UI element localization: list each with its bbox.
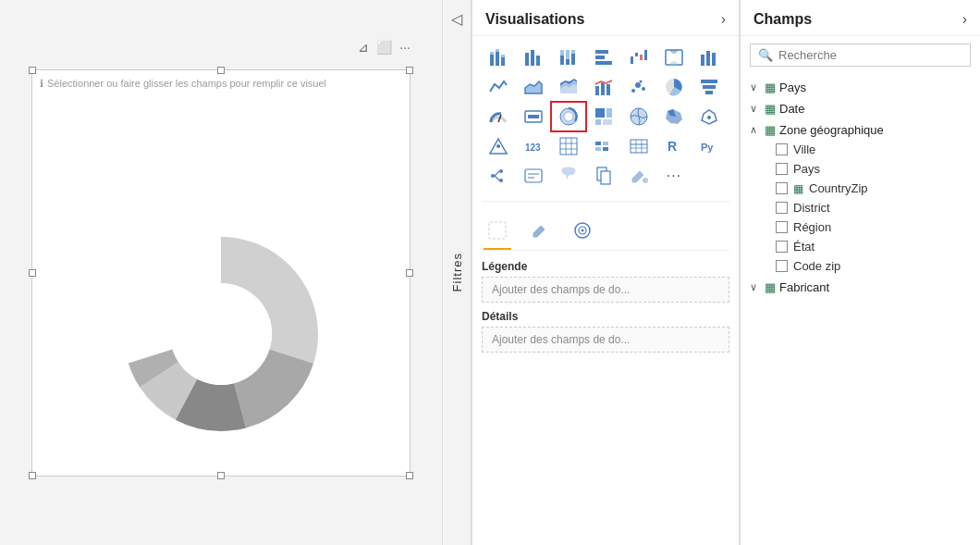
viz-icon-waterfall[interactable] [622, 43, 655, 71]
viz-icon-donut[interactable] [552, 103, 585, 130]
checkbox-ville[interactable] [776, 143, 788, 155]
resize-handle-bc[interactable] [217, 472, 225, 479]
filtres-arrow-icon[interactable]: ◁ [451, 10, 462, 28]
checkbox-region[interactable] [776, 221, 788, 233]
viz-icon-map[interactable] [622, 103, 655, 130]
viz-icon-stacked-area[interactable] [552, 73, 585, 101]
viz-icon-line-chart[interactable] [482, 73, 515, 101]
viz-icon-grid: 123 R Py [472, 36, 739, 197]
tree-items-zone-geo: Ville Pays ▦ CountryZip District R [741, 140, 980, 276]
search-input[interactable] [778, 48, 962, 62]
checkbox-pays[interactable] [776, 163, 788, 175]
field-well-analytics-icon[interactable] [569, 217, 596, 244]
viz-icon-bar-chart[interactable] [517, 43, 550, 71]
viz-icon-stacked-bar-100[interactable] [552, 43, 585, 71]
checkbox-countryzip[interactable] [776, 182, 788, 194]
tree-item-etat[interactable]: État [766, 237, 980, 256]
filtres-panel[interactable]: ◁ Filtres [442, 0, 472, 545]
viz-icon-smart-narr[interactable] [517, 162, 550, 190]
viz-icon-funnel[interactable] [692, 73, 726, 101]
svg-rect-30 [706, 51, 710, 66]
viz-icon-column-chart[interactable] [692, 43, 726, 71]
svg-point-51 [564, 112, 573, 121]
tree-group-pays-header[interactable]: ∨ ▦ Pays [741, 78, 980, 97]
viz-icon-pie-chart[interactable] [657, 73, 691, 101]
viz-icon-filled-map[interactable] [657, 103, 691, 130]
viz-icon-stacked-bar[interactable] [482, 43, 515, 71]
viz-icon-scatter[interactable] [622, 73, 655, 101]
viz-icon-custom[interactable] [622, 162, 655, 190]
tree-item-pays[interactable]: Pays [766, 159, 980, 179]
tree-group-fabricant-header[interactable]: ∨ ▦ Fabricant [741, 278, 980, 297]
champs-tree: ∨ ▦ Pays ∨ ▦ Date ∧ ▦ Zone géographique [741, 74, 980, 545]
svg-rect-52 [595, 108, 605, 118]
tree-item-district[interactable]: District [766, 198, 980, 217]
field-drop-zone-details[interactable]: Ajouter des champs de do... [482, 327, 729, 353]
resize-handle-bl[interactable] [29, 472, 36, 479]
table-icon-countryzip: ▦ [793, 182, 803, 195]
viz-icon-ribbon[interactable] [657, 43, 691, 71]
viz-icon-matrix[interactable] [552, 132, 585, 160]
svg-point-39 [631, 89, 635, 93]
viz-icon-python[interactable]: Py [692, 132, 726, 160]
viz-icon-line-bar-combo[interactable] [587, 73, 620, 101]
tree-item-codezip[interactable]: Code zip [766, 256, 980, 276]
svg-text:R: R [668, 139, 677, 154]
tree-item-pays-label: Pays [793, 162, 820, 176]
tree-group-date-header[interactable]: ∨ ▦ Date [741, 99, 980, 118]
resize-handle-ml[interactable] [29, 269, 36, 277]
visual-hint: ℹ Sélectionner ou faire glisser les cham… [40, 78, 326, 90]
resize-handle-tr[interactable] [406, 67, 413, 74]
viz-icon-heatmap[interactable] [587, 132, 620, 160]
filter-icon[interactable]: ⊿ [358, 40, 369, 55]
tree-item-ville[interactable]: Ville [766, 140, 980, 159]
tree-item-region[interactable]: Région [766, 217, 980, 237]
tree-item-countryzip[interactable]: ▦ CountryZip [766, 179, 980, 198]
field-drop-zone-legende[interactable]: Ajouter des champs de do... [482, 277, 729, 303]
viz-icon-table[interactable] [622, 132, 655, 160]
svg-rect-27 [644, 50, 647, 60]
svg-rect-46 [705, 91, 713, 94]
viz-icon-kpi[interactable]: 123 [517, 132, 550, 160]
viz-icon-horizontal-bar[interactable] [587, 43, 620, 71]
viz-icon-treemap[interactable] [587, 103, 620, 130]
svg-rect-23 [595, 61, 612, 65]
champs-arrow[interactable]: › [962, 11, 967, 28]
tree-group-zone-geo-header[interactable]: ∧ ▦ Zone géographique [741, 120, 980, 140]
resize-handle-mr[interactable] [406, 269, 413, 277]
resize-handle-tl[interactable] [29, 67, 36, 74]
expand-icon[interactable]: ⬜ [376, 40, 392, 55]
champs-search-box[interactable]: 🔍 [750, 43, 971, 67]
svg-marker-32 [525, 81, 542, 93]
tree-item-etat-label: État [793, 240, 815, 254]
viz-icon-more[interactable]: ··· [657, 162, 691, 190]
viz-icon-azure-map[interactable] [482, 132, 515, 160]
tree-group-fabricant-name: Fabricant [779, 280, 829, 294]
viz-panel-arrow[interactable]: › [721, 11, 726, 28]
viz-icon-shape-map[interactable] [692, 103, 726, 130]
svg-point-5 [170, 283, 272, 385]
viz-icon-qa[interactable] [552, 162, 585, 190]
svg-rect-68 [595, 147, 601, 151]
field-well-fields-icon[interactable] [484, 217, 511, 244]
checkbox-codezip[interactable] [776, 260, 788, 272]
viz-icon-card[interactable] [517, 103, 550, 130]
viz-icon-gauge[interactable] [482, 103, 515, 130]
resize-handle-tc[interactable] [217, 67, 225, 74]
field-well-format-icon[interactable] [526, 217, 554, 244]
svg-rect-6 [490, 55, 494, 66]
svg-rect-26 [640, 55, 643, 60]
checkbox-etat[interactable] [776, 241, 788, 253]
svg-text:123: 123 [525, 142, 541, 153]
viz-icon-area-chart[interactable] [517, 73, 550, 101]
svg-rect-16 [560, 50, 564, 56]
more-icon[interactable]: ··· [399, 40, 410, 55]
viz-icon-decomp-tree[interactable] [482, 162, 515, 190]
tree-group-pays-name: Pays [779, 81, 806, 94]
resize-handle-br[interactable] [406, 472, 413, 479]
checkbox-district[interactable] [776, 202, 788, 214]
svg-rect-10 [496, 49, 499, 52]
viz-icon-paginated[interactable] [587, 162, 620, 190]
viz-icon-r-visual[interactable]: R [657, 132, 691, 160]
svg-rect-54 [595, 119, 601, 125]
